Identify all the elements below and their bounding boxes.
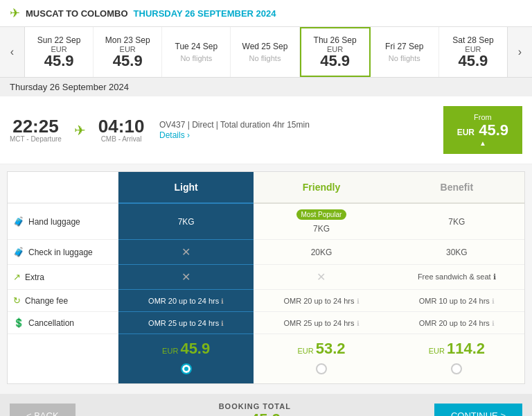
depart-code: MCT - Departure [10, 135, 62, 143]
flight-price: EUR 45.9 [457, 121, 508, 139]
fare-benefit-cell-4: OMR 20 up to 24 hrs ℹ [389, 312, 524, 334]
section-date-text: Thursday 26 September 2024 [10, 82, 129, 92]
price-value: 45.9 [320, 53, 350, 69]
flight-card: 22:25 MCT - Departure ✈ 04:10 CMB - Arri… [0, 96, 532, 164]
flight-details-text: OV437 | Direct | Total duration 4hr 15mi… [159, 120, 432, 130]
details-label: Details [159, 130, 185, 140]
flight-row: 22:25 MCT - Departure ✈ 04:10 CMB - Arri… [0, 96, 532, 164]
cmb-code: CMB [101, 135, 116, 143]
price-value: 45.9 [113, 53, 143, 69]
fare-light-cell-1: ✕ [118, 240, 254, 265]
radio-benefit[interactable] [451, 363, 462, 376]
price-eur-benefit: EUR 114.2 [429, 341, 485, 356]
fare-row-label-0: 🧳Hand luggage [8, 204, 118, 240]
fare-benefit-cell-2: Free sandwich & seat ℹ [389, 265, 524, 290]
header-bar: ✈ MUSCAT TO COLOMBO THURSDAY 26 SEPTEMBE… [0, 0, 532, 27]
price-eur-light: EUR 45.9 [162, 341, 210, 356]
section-date-label: Thursday 26 September 2024 [0, 78, 532, 96]
fare-friendly-cell-0: Most Popular7KG [254, 204, 389, 240]
omr-text: OMR 25 up to 24 hrs ℹ [148, 319, 224, 327]
row-label-text-4: Cancellation [28, 318, 74, 328]
flight-duration: Total duration 4hr 15min [220, 120, 310, 130]
radio-light[interactable] [181, 363, 192, 376]
fare-price-cell-light[interactable]: EUR 45.9 [118, 334, 254, 383]
row-label-text-3: Change fee [25, 296, 68, 306]
fare-benefit-cell-3: OMR 10 up to 24 hrs ℹ [389, 290, 524, 312]
header-date: THURSDAY 26 SEPTEMBER 2024 [134, 8, 276, 19]
row-label-text-2: Extra [25, 272, 44, 282]
fare-light-cell-0: 7KG [118, 204, 254, 240]
next-date-button[interactable]: › [507, 27, 532, 77]
fare-friendly-cell-3: OMR 20 up to 24 hrs ℹ [254, 290, 389, 312]
fare-row-label-4: 💲Cancellation [8, 312, 118, 334]
friendly-val: 20KG [311, 248, 332, 257]
booking-total-area: BOOKING TOTAL EUR 45.9 [219, 402, 291, 416]
radio-friendly[interactable] [316, 363, 327, 376]
flight-eur: EUR [457, 128, 475, 137]
row-icon-1: 🧳 [13, 247, 24, 257]
fare-friendly-cell-4: OMR 25 up to 24 hrs ℹ [254, 312, 389, 334]
day-label: Mon 23 Sep [105, 35, 150, 45]
details-link[interactable]: Details › [159, 130, 190, 140]
flight-price-button[interactable]: From EUR 45.9 ▲ [443, 106, 522, 154]
date-navigation: ‹ Sun 22 SepEUR45.9Mon 23 SepEUR45.9Tue … [0, 27, 532, 78]
fare-price-cell-friendly[interactable]: EUR 53.2 [254, 334, 389, 383]
fare-row-label-1: 🧳Check in luggage [8, 240, 118, 265]
prev-date-button[interactable]: ‹ [0, 27, 25, 77]
arrive-time: 04:10 [98, 117, 145, 135]
date-cell-wed25[interactable]: Wed 25 SepNo flights [231, 27, 299, 77]
fare-light-cell-4: OMR 25 up to 24 hrs ℹ [118, 312, 254, 334]
fare-header-friendly[interactable]: Friendly [254, 172, 389, 204]
fare-light-cell-3: OMR 20 up to 24 hrs ℹ [118, 290, 254, 312]
fare-table-container: LightFriendlyBenefit🧳Hand luggage7KGMost… [0, 164, 532, 394]
price-value: 45.9 [44, 53, 74, 69]
date-cell-tue24[interactable]: Tue 24 SepNo flights [162, 27, 231, 77]
date-cell-sat28[interactable]: Sat 28 SepEUR45.9 [439, 27, 507, 77]
row-label-text-1: Check in luggage [28, 248, 93, 257]
cross-icon: ✕ [181, 245, 190, 259]
benefit-val: 30KG [446, 248, 468, 257]
fare-header-benefit[interactable]: Benefit [389, 172, 524, 204]
radio-dot-friendly [316, 363, 327, 374]
bottom-bar: < BACK BOOKING TOTAL EUR 45.9 CONTINUE > [0, 394, 532, 416]
omr-text: OMR 20 up to 24 hrs ℹ [283, 297, 359, 305]
continue-button[interactable]: CONTINUE > [434, 404, 522, 416]
booking-total-label: BOOKING TOTAL [219, 402, 291, 410]
price-eur-friendly: EUR 53.2 [297, 341, 345, 356]
arrive-label: Arrival [122, 135, 141, 143]
fare-benefit-cell-0: 7KG [389, 204, 524, 240]
row-icon-4: 💲 [13, 318, 24, 328]
fare-header-empty [8, 172, 118, 204]
flight-info: OV437 | Direct | Total duration 4hr 15mi… [148, 120, 443, 140]
back-button[interactable]: < BACK [10, 404, 76, 416]
date-cell-mon23[interactable]: Mon 23 SepEUR45.9 [94, 27, 162, 77]
fare-benefit-cell-1: 30KG [389, 240, 524, 265]
departure-block: 22:25 MCT - Departure [10, 117, 62, 143]
fare-price-cell-benefit[interactable]: EUR 114.2 [389, 334, 524, 383]
date-cell-thu26[interactable]: Thu 26 SepEUR45.9 [300, 27, 371, 77]
fare-light-cell-2: ✕ [118, 265, 254, 290]
plane-icon: ✈ [10, 6, 20, 21]
benefit-val: 7KG [448, 217, 465, 227]
luggage-val: 7KG [178, 217, 195, 227]
price-amt-light: 45.9 [180, 340, 210, 357]
omr-text: OMR 20 up to 24 hrs ℹ [148, 297, 224, 305]
fare-grid: LightFriendlyBenefit🧳Hand luggage7KGMost… [7, 171, 525, 384]
most-popular-badge: Most Popular [296, 209, 347, 220]
depart-label: Departure [30, 135, 61, 143]
day-label: Wed 25 Sep [242, 42, 288, 51]
radio-dot-benefit [451, 363, 462, 374]
date-cell-sun22[interactable]: Sun 22 SepEUR45.9 [25, 27, 94, 77]
row-icon-2: ↗ [13, 272, 21, 282]
no-flights-label: No flights [180, 54, 212, 62]
flight-plane-icon: ✈ [74, 122, 86, 139]
depart-time: 22:25 [10, 117, 62, 135]
fare-header-light[interactable]: Light [118, 172, 254, 204]
friendly-val: 7KG [313, 224, 330, 234]
date-cell-fri27[interactable]: Fri 27 SepNo flights [371, 27, 439, 77]
no-flights-label: No flights [389, 54, 420, 62]
fare-price-label-cell [8, 334, 118, 383]
booking-total-value: 45.9 [251, 410, 281, 416]
row-icon-0: 🧳 [13, 216, 24, 227]
booking-total-price: EUR 45.9 [219, 410, 291, 416]
